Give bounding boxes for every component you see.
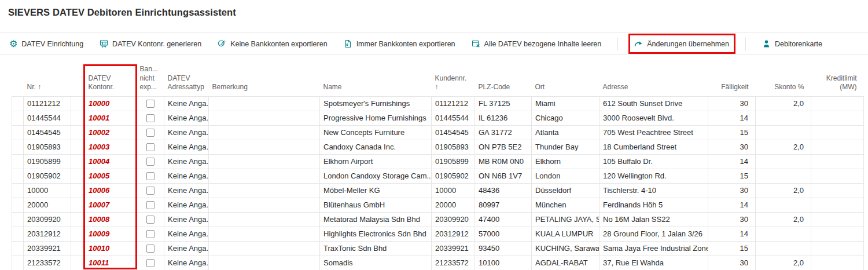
cell-kundennr[interactable]: 01905899 [432, 154, 475, 169]
cell-kundennr[interactable]: 20312912 [432, 227, 475, 241]
cell-nr[interactable]: 01905902 [24, 169, 71, 183]
bank-nicht-exportieren-checkbox[interactable] [146, 201, 155, 209]
cell-adresse[interactable]: 18 Cumberland Street [599, 140, 708, 154]
cell-datev-kontonr[interactable]: 10003 [85, 140, 137, 154]
cell-plz-code[interactable]: FL 37125 [475, 96, 532, 111]
cell-adresse[interactable]: Tischlerstr. 4-10 [599, 183, 708, 198]
cell-datev-kontonr[interactable]: 10011 [85, 256, 137, 270]
cell-name[interactable]: Spotsmeyer's Furnishings [320, 96, 432, 111]
cell-kreditlimit[interactable] [811, 111, 864, 125]
toolbar-item-keine-bankkonten-exportieren[interactable]: Keine Bankkonten exportieren [218, 39, 327, 48]
row-selector[interactable] [12, 169, 24, 183]
cell-plz-code[interactable]: 48436 [475, 183, 532, 198]
cell-kundennr[interactable]: 01905902 [432, 169, 475, 183]
cell-datev-kontonr[interactable]: 10007 [85, 198, 137, 212]
row-selector[interactable] [12, 241, 24, 256]
toolbar-item-datev-einrichtung[interactable]: ⚙ DATEV Einrichtung [9, 39, 83, 49]
cell-faelligkeit[interactable]: 15 [708, 241, 756, 256]
cell-datev-adressattyp[interactable]: Keine Anga... [164, 183, 209, 198]
cell-ort[interactable]: KUALA LUMPUR [532, 227, 599, 241]
cell-kundennr[interactable]: 21233572 [432, 256, 475, 270]
cell-nr[interactable]: 20309920 [24, 212, 71, 227]
cell-name[interactable]: Möbel-Meller KG [320, 183, 432, 198]
cell-skonto[interactable]: 2,0 [756, 212, 811, 227]
cell-skonto[interactable]: 2,0 [756, 256, 811, 270]
cell-datev-adressattyp[interactable]: Keine Anga... [164, 140, 209, 154]
cell-ort[interactable]: London [532, 169, 599, 183]
cell-kreditlimit[interactable] [811, 154, 864, 169]
row-selector[interactable] [12, 227, 24, 241]
cell-datev-adressattyp[interactable]: Keine Anga... [164, 212, 209, 227]
cell-adresse[interactable]: Sama Jaya Free Industrial Zone [599, 241, 708, 256]
cell-skonto[interactable] [756, 154, 811, 169]
cell-kreditlimit[interactable] [811, 96, 864, 111]
cell-faelligkeit[interactable]: 30 [708, 140, 756, 154]
cell-datev-kontonr[interactable]: 10004 [85, 154, 137, 169]
cell-datev-adressattyp[interactable]: Keine Anga... [164, 125, 209, 140]
column-header-datev-adressattyp[interactable]: DATEV Adressattyp [164, 65, 209, 96]
cell-datev-adressattyp[interactable]: Keine Anga... [164, 96, 209, 111]
cell-bemerkung[interactable] [209, 241, 320, 256]
cell-bemerkung[interactable] [209, 169, 320, 183]
bank-nicht-exportieren-checkbox[interactable] [146, 187, 155, 195]
column-header-nr[interactable]: Nr. ↑ [24, 65, 71, 96]
cell-datev-adressattyp[interactable]: Keine Anga... [164, 111, 209, 125]
cell-datev-adressattyp[interactable]: Keine Anga... [164, 169, 209, 183]
cell-faelligkeit[interactable]: 15 [708, 125, 756, 140]
cell-skonto[interactable] [756, 125, 811, 140]
cell-skonto[interactable]: 2,0 [756, 183, 811, 198]
cell-name[interactable]: Progressive Home Furnishings [320, 111, 432, 125]
cell-kreditlimit[interactable] [811, 140, 864, 154]
cell-bemerkung[interactable] [209, 96, 320, 111]
cell-adresse[interactable]: 28 Ground Floor, 1 Jalan 3/26 [599, 227, 708, 241]
row-selector[interactable] [12, 183, 24, 198]
cell-adresse[interactable]: 120 Wellington Rd. [599, 169, 708, 183]
row-selector[interactable] [12, 154, 24, 169]
cell-ort[interactable]: Miami [532, 96, 599, 111]
column-header-kundennr[interactable]: Kundennr. ↑ [432, 65, 475, 96]
cell-bemerkung[interactable] [209, 140, 320, 154]
cell-plz-code[interactable]: IL 61236 [475, 111, 532, 125]
row-selector[interactable] [12, 256, 24, 270]
cell-faelligkeit[interactable]: 14 [708, 154, 756, 169]
toolbar-item-alle-datev-inhalte-leeren[interactable]: Alle DATEV bezogene Inhalte leeren [472, 39, 602, 48]
cell-name[interactable]: Elkhorn Airport [320, 154, 432, 169]
cell-datev-adressattyp[interactable]: Keine Anga... [164, 241, 209, 256]
cell-faelligkeit[interactable]: 14 [708, 111, 756, 125]
cell-kreditlimit[interactable] [811, 256, 864, 270]
bank-nicht-exportieren-checkbox[interactable] [146, 143, 155, 151]
cell-faelligkeit[interactable]: 30 [708, 256, 756, 270]
cell-datev-kontonr[interactable]: 10000 [85, 96, 137, 111]
cell-kundennr[interactable]: 01454545 [432, 125, 475, 140]
bank-nicht-exportieren-checkbox[interactable] [146, 129, 155, 137]
cell-kreditlimit[interactable] [811, 183, 864, 198]
cell-name[interactable]: Highlights Electronics Sdn Bhd [320, 227, 432, 241]
cell-nr[interactable]: 01121212 [24, 96, 71, 111]
column-header-name[interactable]: Name [320, 65, 432, 96]
row-selector[interactable] [12, 125, 24, 140]
cell-name[interactable]: London Candoxy Storage Cam... [320, 169, 432, 183]
cell-nr[interactable]: 10000 [24, 183, 71, 198]
column-header-adresse[interactable]: Adresse [599, 65, 708, 96]
cell-kundennr[interactable]: 01905893 [432, 140, 475, 154]
cell-datev-kontonr[interactable]: 10002 [85, 125, 137, 140]
cell-ort[interactable]: Chicago [532, 111, 599, 125]
toolbar-item-debitorenkarte[interactable]: Debitorenkarte [762, 39, 822, 48]
cell-datev-adressattyp[interactable]: Keine Anga... [164, 198, 209, 212]
cell-ort[interactable]: Düsseldorf [532, 183, 599, 198]
cell-plz-code[interactable]: 57000 [475, 227, 532, 241]
cell-skonto[interactable] [756, 169, 811, 183]
cell-skonto[interactable] [756, 198, 811, 212]
cell-nr[interactable]: 20000 [24, 198, 71, 212]
row-selector[interactable] [12, 198, 24, 212]
cell-kundennr[interactable]: 10000 [432, 183, 475, 198]
cell-name[interactable]: TraxTonic Sdn Bhd [320, 241, 432, 256]
bank-nicht-exportieren-checkbox[interactable] [146, 259, 155, 267]
bank-nicht-exportieren-checkbox[interactable] [146, 158, 155, 166]
cell-skonto[interactable] [756, 241, 811, 256]
cell-nr[interactable]: 21233572 [24, 256, 71, 270]
cell-plz-code[interactable]: 47400 [475, 212, 532, 227]
cell-ort[interactable]: PETALING JAYA, S... [532, 212, 599, 227]
cell-bemerkung[interactable] [209, 125, 320, 140]
cell-datev-kontonr[interactable]: 10009 [85, 227, 137, 241]
